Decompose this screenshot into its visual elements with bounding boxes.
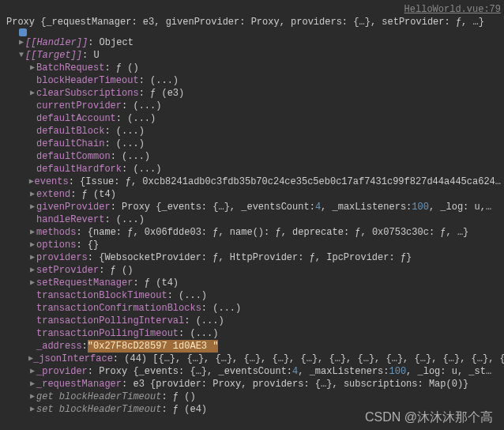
- prop-row[interactable]: handleRevert: (...): [3, 213, 501, 226]
- expand-icon[interactable]: [28, 188, 36, 201]
- target-key: [[Target]]: [25, 49, 82, 62]
- expand-icon[interactable]: [28, 87, 36, 100]
- expand-icon[interactable]: [28, 251, 36, 264]
- prop-row[interactable]: clearSubscriptions: ƒ (e3): [3, 87, 501, 100]
- expand-icon[interactable]: [28, 403, 36, 416]
- prop-row[interactable]: setProvider: ƒ (): [3, 264, 501, 277]
- prop-row[interactable]: defaultAccount: (...): [3, 112, 501, 125]
- root-text: Proxy {_requestManager: e3, givenProvide…: [6, 16, 484, 28]
- prop-row[interactable]: defaultChain: (...): [3, 138, 501, 150]
- expand-icon[interactable]: [28, 201, 36, 213]
- prop-row[interactable]: options: {}: [3, 239, 501, 251]
- expand-icon[interactable]: [17, 49, 25, 62]
- prop-row[interactable]: transactionPollingTimeout: (...): [3, 327, 501, 340]
- expand-icon[interactable]: [28, 378, 36, 390]
- object-icon: [19, 28, 27, 36]
- prop-row[interactable]: defaultCommon: (...): [3, 150, 501, 163]
- prop-row[interactable]: transactionBlockTimeout: (...): [3, 289, 501, 302]
- prop-row-address[interactable]: _address : "0x27F8cD28597 1d0AE3 ": [3, 340, 501, 353]
- icon-row: [3, 28, 501, 36]
- expand-icon[interactable]: [28, 226, 36, 239]
- prop-row[interactable]: extend: ƒ (t4): [3, 188, 501, 201]
- root-line[interactable]: Proxy {_requestManager: e3, givenProvide…: [3, 16, 501, 28]
- prop-row-given-provider[interactable]: givenProvider : Proxy {_events: {…}, _ev…: [3, 201, 501, 213]
- prop-row-provider[interactable]: _provider : Proxy {_events: {…}, _events…: [3, 365, 501, 378]
- target-val: : U: [82, 49, 100, 62]
- prop-row[interactable]: defaultHardfork: (...): [3, 163, 501, 175]
- prop-row[interactable]: transactionConfirmationBlocks: (...): [3, 302, 501, 315]
- expand-icon[interactable]: [17, 36, 25, 49]
- expand-icon[interactable]: [28, 239, 36, 251]
- handler-row[interactable]: [[Handler]] : Object: [3, 36, 501, 49]
- expand-icon[interactable]: [28, 390, 36, 403]
- prop-row[interactable]: defaultBlock: (...): [3, 125, 501, 138]
- address-value: "0x27F8cD28597 1d0AE3 ": [88, 340, 219, 353]
- prop-row[interactable]: BatchRequest: ƒ (): [3, 62, 501, 74]
- prop-row[interactable]: transactionPollingInterval: (...): [3, 315, 501, 327]
- expand-icon[interactable]: [28, 365, 36, 378]
- expand-icon[interactable]: [28, 175, 34, 188]
- prop-row[interactable]: _jsonInterface: (44) [{…}, {…}, {…}, {…}…: [3, 353, 501, 365]
- prop-row[interactable]: blockHeaderTimeout: (...): [3, 74, 501, 87]
- handler-key: [[Handler]]: [25, 36, 88, 49]
- handler-val: : Object: [88, 36, 134, 49]
- source-link-row: HelloWorld.vue:79: [3, 3, 501, 16]
- expand-icon[interactable]: [28, 264, 36, 277]
- prop-row[interactable]: currentProvider: (...): [3, 100, 501, 112]
- prop-row[interactable]: set blockHeaderTimeout: ƒ (e4): [3, 403, 501, 416]
- prop-row[interactable]: setRequestManager: ƒ (t4): [3, 277, 501, 289]
- prop-row[interactable]: events: {Issue: ƒ, 0xcb8241adb0c3fdb35b7…: [3, 175, 501, 188]
- target-row[interactable]: [[Target]] : U: [3, 49, 501, 62]
- prop-row[interactable]: providers: {WebsocketProvider: ƒ, HttpPr…: [3, 251, 501, 264]
- prop-row[interactable]: get blockHeaderTimeout: ƒ (): [3, 390, 501, 403]
- prop-row[interactable]: _requestManager: e3 {provider: Proxy, pr…: [3, 378, 501, 390]
- prop-row[interactable]: methods: {name: ƒ, 0x06fdde03: ƒ, name()…: [3, 226, 501, 239]
- expand-icon[interactable]: [28, 62, 36, 74]
- source-link[interactable]: HelloWorld.vue:79: [404, 3, 501, 16]
- expand-icon[interactable]: [28, 277, 36, 289]
